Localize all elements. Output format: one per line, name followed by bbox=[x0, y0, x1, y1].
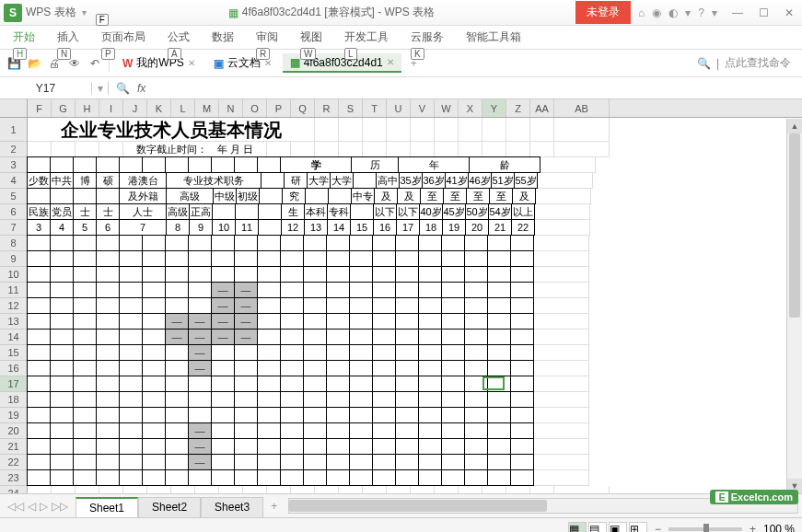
cell-M13[interactable] bbox=[188, 313, 212, 330]
cell-R13[interactable] bbox=[303, 313, 327, 330]
cell-P9[interactable] bbox=[257, 250, 281, 267]
cell-N14[interactable] bbox=[211, 329, 235, 345]
cell-W8[interactable] bbox=[418, 235, 442, 251]
cell-H23[interactable] bbox=[73, 469, 97, 486]
cell-AB19[interactable] bbox=[534, 408, 589, 423]
cell-Q4[interactable]: 研 bbox=[284, 172, 308, 189]
row-header-7[interactable]: 7 bbox=[0, 220, 27, 236]
row-header-23[interactable]: 23 bbox=[0, 470, 27, 486]
cell-AB17[interactable] bbox=[534, 376, 589, 392]
view-button-2[interactable]: ▣ bbox=[609, 522, 627, 533]
cell-AB9[interactable] bbox=[534, 251, 589, 267]
cell-S16[interactable] bbox=[326, 360, 350, 376]
cell-P20[interactable] bbox=[257, 422, 281, 439]
cell-T15[interactable] bbox=[349, 344, 373, 361]
cell-M22[interactable] bbox=[188, 454, 212, 470]
cell-H2[interactable] bbox=[76, 142, 99, 157]
cell-Y16[interactable] bbox=[464, 360, 488, 376]
cell-M18[interactable] bbox=[188, 391, 212, 408]
sheet-tab-Sheet2[interactable]: Sheet2 bbox=[138, 497, 201, 517]
maximize-button[interactable]: ☐ bbox=[750, 6, 776, 19]
cell-R19[interactable] bbox=[303, 407, 327, 423]
cell-N13[interactable] bbox=[211, 313, 235, 330]
home-icon[interactable]: ⌂ bbox=[638, 6, 645, 19]
cell-Q2[interactable] bbox=[291, 142, 315, 157]
cell-Z7[interactable]: 21 bbox=[488, 219, 512, 236]
col-header-AB[interactable]: AB bbox=[554, 99, 610, 117]
cell-F9[interactable] bbox=[27, 250, 51, 267]
cell-U24[interactable] bbox=[387, 486, 411, 493]
cell-Q19[interactable] bbox=[280, 407, 304, 423]
cell-G12[interactable] bbox=[50, 297, 74, 314]
cell-S9[interactable] bbox=[326, 250, 350, 267]
scroll-up-button[interactable]: ▲ bbox=[787, 119, 802, 133]
cell-F2[interactable] bbox=[28, 142, 52, 157]
cell-Z8[interactable] bbox=[487, 235, 511, 251]
cell-U5[interactable]: 及 bbox=[374, 188, 398, 204]
cell-Y3[interactable]: 龄 bbox=[469, 156, 540, 173]
menu-云服务[interactable]: 云服务K bbox=[411, 29, 444, 45]
cell-O3[interactable] bbox=[234, 156, 258, 173]
cell-U2[interactable] bbox=[387, 142, 411, 157]
cell-P14[interactable] bbox=[257, 329, 281, 345]
cell-X16[interactable] bbox=[441, 360, 465, 376]
cell-K22[interactable] bbox=[142, 454, 166, 470]
cell-P19[interactable] bbox=[257, 407, 281, 423]
cell-F18[interactable] bbox=[27, 391, 51, 408]
cell-G4[interactable]: 中共 bbox=[50, 172, 74, 189]
col-header-K[interactable]: K bbox=[147, 99, 171, 117]
cell-P24[interactable] bbox=[267, 486, 291, 493]
cell-F11[interactable] bbox=[27, 282, 51, 298]
cell-I10[interactable] bbox=[96, 266, 120, 283]
cell-N19[interactable] bbox=[211, 407, 235, 423]
cell-G19[interactable] bbox=[50, 407, 74, 423]
cell-V12[interactable] bbox=[395, 297, 419, 314]
cell-Z15[interactable] bbox=[487, 344, 511, 361]
cell-T22[interactable] bbox=[349, 454, 373, 470]
cell-H6[interactable]: 士 bbox=[73, 203, 97, 220]
cell-H22[interactable] bbox=[73, 454, 97, 470]
col-header-U[interactable]: U bbox=[387, 99, 411, 117]
cell-G16[interactable] bbox=[50, 360, 74, 376]
cell-F7[interactable]: 3 bbox=[27, 219, 51, 236]
cell-T24[interactable] bbox=[363, 486, 387, 493]
cell-L13[interactable] bbox=[165, 313, 189, 330]
cell-W6[interactable]: 40岁 bbox=[419, 203, 443, 220]
cell-X20[interactable] bbox=[441, 422, 465, 439]
cell-N12[interactable] bbox=[211, 297, 235, 314]
cell-I18[interactable] bbox=[96, 391, 120, 408]
cell-Z12[interactable] bbox=[487, 297, 511, 314]
cell-P11[interactable] bbox=[257, 282, 281, 298]
cell-R1[interactable] bbox=[315, 118, 339, 142]
cell-AA8[interactable] bbox=[510, 235, 534, 251]
cell-W20[interactable] bbox=[418, 422, 442, 439]
cell-L21[interactable] bbox=[165, 438, 189, 455]
cell-G11[interactable] bbox=[50, 282, 74, 298]
cell-X22[interactable] bbox=[441, 454, 465, 470]
cell-N18[interactable] bbox=[211, 391, 235, 408]
menu-开发工具[interactable]: 开发工具L bbox=[344, 29, 389, 45]
row-header-4[interactable]: 4 bbox=[0, 173, 27, 189]
cell-O10[interactable] bbox=[234, 266, 258, 283]
cell-V15[interactable] bbox=[395, 344, 419, 361]
row-header-5[interactable]: 5 bbox=[0, 189, 27, 204]
cell-Y24[interactable] bbox=[482, 486, 506, 493]
cell-U10[interactable] bbox=[372, 266, 396, 283]
doc-tab-close[interactable]: ✕ bbox=[387, 57, 394, 67]
cell-K8[interactable] bbox=[142, 235, 166, 251]
cell-AB16[interactable] bbox=[534, 361, 589, 376]
cell-H9[interactable] bbox=[73, 250, 97, 267]
row-header-10[interactable]: 10 bbox=[0, 267, 27, 283]
menu-页面布局[interactable]: 页面布局P bbox=[101, 29, 145, 45]
cell-N15[interactable] bbox=[211, 344, 235, 361]
menu-视图[interactable]: 视图W bbox=[300, 29, 322, 45]
cell-T12[interactable] bbox=[349, 297, 373, 314]
cell-L8[interactable] bbox=[165, 235, 189, 251]
cell-S5[interactable] bbox=[328, 188, 352, 204]
cell-Y4[interactable]: 46岁 bbox=[468, 172, 492, 189]
cell-P8[interactable] bbox=[257, 235, 281, 251]
zoom-slider[interactable] bbox=[668, 527, 742, 531]
cell-O23[interactable] bbox=[234, 469, 258, 486]
cell-R24[interactable] bbox=[315, 486, 339, 493]
cell-J11[interactable] bbox=[119, 282, 143, 298]
